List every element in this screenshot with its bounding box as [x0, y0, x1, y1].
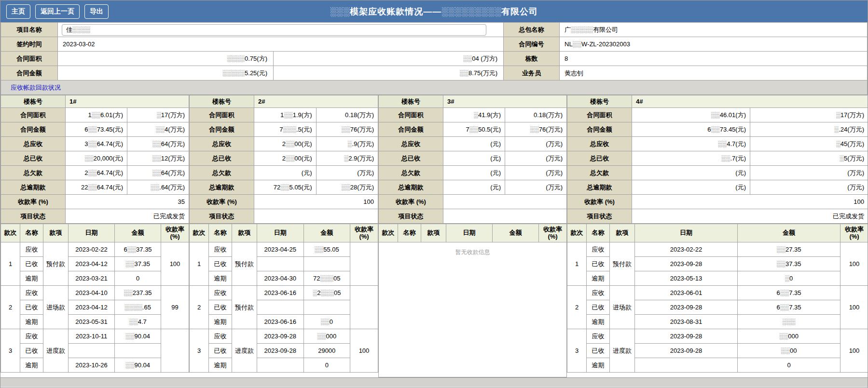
- detail-rate: [161, 329, 189, 373]
- summary-label: 合同面积: [1, 108, 66, 122]
- summary-label: 总欠款: [190, 166, 254, 180]
- summary-row: 合同金额6░░73.45(元)░░4(万元): [1, 122, 189, 137]
- summary-value-yuan: 7░░50.5(元): [443, 122, 505, 137]
- detail-header: 款项: [232, 224, 257, 242]
- topbar-button-1[interactable]: 返回上一页: [35, 4, 80, 19]
- detail-amount: ░░90.04: [115, 329, 161, 344]
- detail-date: 2023-04-25: [257, 242, 304, 257]
- detail-row: 已收: [190, 300, 378, 315]
- summary-value-yuan: ░41.9(方): [443, 108, 505, 122]
- detail-item-type: 预付款: [232, 242, 257, 286]
- summary-row: 总应收3░░64.74(元)░░64(万元): [1, 137, 189, 151]
- summary-value: 100: [632, 195, 868, 209]
- detail-row: 逾期0: [190, 358, 378, 373]
- page-title: ░░░模架应收账款情况——░░░░░░░░░有限公司: [0, 6, 868, 17]
- detail-row: 2应收预付款2023-06-16░2░░░05: [190, 286, 378, 300]
- summary-value-wan: ░.24(万元): [750, 122, 868, 137]
- summary-value-yuan: ░░46.01(方): [632, 108, 750, 122]
- summary-value-wan: (万元): [505, 180, 567, 195]
- summary-label: 总已收: [1, 151, 66, 166]
- detail-item-type: 进度款: [610, 329, 635, 373]
- summary-value: 100: [254, 195, 378, 209]
- building-section-1: 楼栋号1#合同面积1░░6.01(方)░17(万方)合同金额6░░73.45(元…: [0, 95, 189, 377]
- detail-group-no: 3: [1, 329, 20, 373]
- summary-label: 项目状态: [1, 209, 66, 224]
- building-summary-table: 楼栋号4#合同面积░░46.01(方)░17(万方)合同金额6░░73.45(元…: [567, 95, 868, 224]
- accounts-receivable-page: 主页返回上一页导出 ░░░模架应收账款情况——░░░░░░░░░有限公司 项目名…: [0, 0, 868, 388]
- summary-value-wan: ░░64(万元): [127, 137, 189, 151]
- summary-value-yuan: (元): [632, 180, 750, 195]
- business-person-label: 业务员: [504, 66, 560, 80]
- detail-row: 已收: [190, 257, 378, 271]
- detail-date: 2023-06-16: [257, 286, 304, 300]
- detail-row-name: 已收: [587, 344, 610, 358]
- summary-value-yuan: 3░░64.74(元): [66, 137, 127, 151]
- detail-date: 2023-09-28: [635, 329, 738, 344]
- summary-row: 项目状态已完成发货: [1, 209, 189, 224]
- receivable-status-link[interactable]: 应收帐款回款状况: [11, 83, 61, 92]
- summary-value-yuan: ░░20,000(元): [66, 151, 127, 166]
- detail-header: 收款率 (%): [161, 224, 189, 242]
- sign-date-value: 2023-03-02: [58, 37, 504, 52]
- buildings-grid: 楼栋号1#合同面积1░░6.01(方)░17(万方)合同金额6░░73.45(元…: [0, 95, 868, 377]
- detail-header: 名称: [587, 224, 610, 242]
- summary-label: 收款率 (%): [567, 195, 632, 209]
- detail-rate: 100: [840, 242, 868, 286]
- building-detail-table: 款次名称款项日期金额收款率 (%)1应收预付款2023-02-22░░27.35…: [567, 224, 868, 373]
- detail-rate: [350, 242, 378, 286]
- summary-value: [443, 195, 567, 209]
- detail-header: 款项: [421, 224, 446, 242]
- building-section-4: 楼栋号4#合同面积░░46.01(方)░17(万方)合同金额6░░73.45(元…: [567, 95, 868, 377]
- info-row-contract-area: 合同面积 ░░░░0.75(方) ░░04 (万方) 栋数 8: [1, 52, 868, 66]
- summary-label: 收款率 (%): [190, 195, 254, 209]
- detail-row-name: 逾期: [587, 271, 610, 286]
- building-no-label: 楼栋号: [190, 95, 254, 108]
- summary-value-wan: (万元): [505, 166, 567, 180]
- topbar-button-2[interactable]: 导出: [84, 4, 109, 19]
- detail-date: 2023-09-28: [635, 300, 738, 315]
- contract-area-value-sqm: ░░░░0.75(方): [58, 52, 274, 66]
- detail-group-no: 3: [190, 329, 209, 373]
- summary-label: 总逾期款: [1, 180, 66, 195]
- building-summary-table: 楼栋号1#合同面积1░░6.01(方)░17(万方)合同金额6░░73.45(元…: [0, 95, 189, 224]
- summary-label: 总已收: [567, 151, 632, 166]
- detail-date: [635, 358, 738, 373]
- general-contractor-value: 广░░░░░有限公司: [560, 23, 868, 37]
- detail-row-name: 逾期: [20, 271, 43, 286]
- detail-amount: 6░░7.35: [738, 286, 840, 300]
- detail-header: 名称: [20, 224, 43, 242]
- project-name-input[interactable]: [62, 24, 486, 36]
- building-section-3: 楼栋号3#合同面积░41.9(方)0.18(万方)合同金额7░░50.5(元)░…: [378, 95, 567, 377]
- summary-row: 总逾期款72░░5.05(元)░░28(万元): [190, 180, 378, 195]
- detail-header: 收款率 (%): [840, 224, 868, 242]
- summary-value-yuan: ░░4.7(元): [632, 137, 750, 151]
- summary-value-yuan: (元): [443, 180, 505, 195]
- detail-amount: 6░░7.35: [738, 300, 840, 315]
- detail-amount: ░░000: [738, 329, 840, 344]
- building-no-row: 楼栋号3#: [379, 95, 567, 108]
- summary-label: 合同面积: [379, 108, 443, 122]
- sign-date-label: 签约时间: [1, 37, 58, 52]
- summary-row: 项目状态已完成发货: [567, 209, 868, 224]
- summary-label: 总应收: [567, 137, 632, 151]
- detail-amount: ░░4.7: [115, 315, 161, 329]
- detail-amount: ░░27.35: [738, 242, 840, 257]
- summary-value-yuan: (元): [443, 137, 505, 151]
- summary-label: 总已收: [379, 151, 443, 166]
- detail-date: 2023-10-11: [69, 329, 115, 344]
- building-no-value: 3#: [443, 95, 567, 108]
- detail-header: 日期: [69, 224, 115, 242]
- detail-row-name: 逾期: [209, 271, 232, 286]
- detail-amount: ░░37.35: [115, 257, 161, 271]
- summary-value-wan: ░5(万元): [750, 151, 868, 166]
- bottom-cutoff-strip: [0, 377, 868, 387]
- summary-label: 项目状态: [190, 209, 254, 224]
- summary-row: 总逾期款22░░64.74(元)░░.64(万元): [1, 180, 189, 195]
- detail-row: 1应收预付款2023-02-22░░27.35100: [567, 242, 868, 257]
- topbar-button-0[interactable]: 主页: [6, 4, 30, 19]
- detail-row: 3应收进度款2023-10-11░░90.04: [1, 329, 189, 344]
- detail-row: 逾期2023-03-210: [1, 271, 189, 286]
- detail-amount: 0: [303, 358, 350, 373]
- summary-value-yuan: (元): [254, 166, 317, 180]
- summary-label: 总欠款: [1, 166, 66, 180]
